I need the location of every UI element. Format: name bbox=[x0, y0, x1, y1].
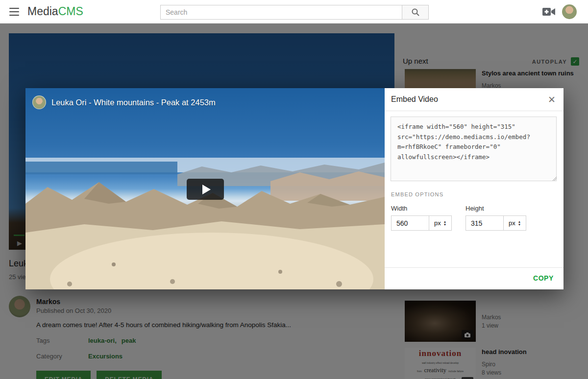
embed-preview-player[interactable]: Leuka Ori - White mountains - Peak at 24… bbox=[25, 88, 385, 289]
width-field-group: Width px ▲▼ bbox=[391, 205, 452, 231]
height-field-group: Height px ▲▼ bbox=[466, 205, 526, 231]
embed-dialog: Embed Video ✕ <iframe width="560" height… bbox=[385, 88, 564, 289]
resize-handle[interactable] bbox=[552, 176, 557, 181]
search-icon bbox=[411, 8, 420, 17]
divider bbox=[385, 111, 564, 111]
menu-icon[interactable] bbox=[9, 8, 19, 16]
chevron-down-icon: ▼ bbox=[443, 223, 446, 226]
search-input[interactable] bbox=[160, 5, 402, 20]
dialog-title: Embed Video bbox=[391, 95, 438, 104]
search-button[interactable] bbox=[402, 5, 429, 20]
embed-modal: Leuka Ori - White mountains - Peak at 24… bbox=[25, 88, 564, 289]
app-logo[interactable]: MediaCMS bbox=[27, 5, 83, 18]
logo-cms: CMS bbox=[58, 5, 83, 18]
dialog-footer: COPY bbox=[385, 267, 564, 289]
close-icon[interactable]: ✕ bbox=[548, 94, 556, 105]
unit-label: px bbox=[434, 219, 441, 227]
chevron-down-icon: ▼ bbox=[518, 223, 521, 226]
embed-code-textarea[interactable]: <iframe width="560" height="315" src="ht… bbox=[391, 117, 557, 181]
width-input[interactable] bbox=[391, 215, 429, 231]
top-navbar: MediaCMS bbox=[0, 0, 588, 24]
width-unit-select[interactable]: px ▲▼ bbox=[429, 215, 452, 231]
height-label: Height bbox=[466, 205, 526, 212]
copy-button[interactable]: COPY bbox=[533, 274, 554, 282]
preview-author-avatar[interactable] bbox=[32, 95, 46, 109]
search-bar bbox=[160, 5, 429, 20]
height-unit-select[interactable]: px ▲▼ bbox=[503, 215, 526, 231]
width-label: Width bbox=[391, 205, 452, 212]
preview-video-title: Leuka Ori - White mountains - Peak at 24… bbox=[51, 98, 216, 107]
unit-label: px bbox=[509, 219, 515, 227]
play-icon bbox=[202, 185, 211, 194]
play-button[interactable] bbox=[187, 179, 224, 200]
upload-media-icon[interactable] bbox=[542, 6, 556, 17]
height-input[interactable] bbox=[466, 215, 504, 231]
logo-media: Media bbox=[27, 5, 58, 18]
user-avatar[interactable] bbox=[562, 4, 577, 19]
embed-options-label: EMBED OPTIONS bbox=[391, 191, 443, 197]
